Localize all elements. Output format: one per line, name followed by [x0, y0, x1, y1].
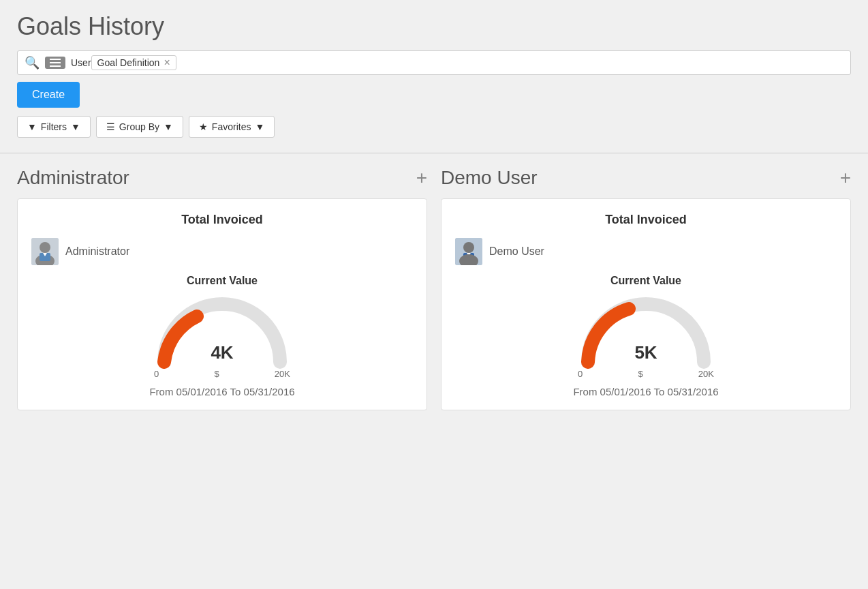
gauge-demo: 5K 0 $ 20K — [455, 294, 837, 379]
search-tag-close-icon[interactable]: × — [164, 57, 170, 68]
search-bar: 🔍 User Goal Definition × — [17, 50, 851, 75]
content-area: Administrator + Total Invoiced — [0, 153, 868, 424]
group-by-icon: ☰ — [106, 121, 115, 132]
create-button[interactable]: Create — [17, 82, 80, 108]
favorites-label: Favorites — [212, 121, 251, 132]
gauge-min-admin: 0 — [154, 369, 159, 379]
page-header: Goals History 🔍 User Goal Definition × C… — [0, 0, 868, 145]
user-name-administrator: Administrator — [65, 245, 129, 258]
svg-rect-1 — [50, 62, 61, 63]
date-range-admin: From 05/01/2016 To 05/31/2016 — [31, 386, 413, 397]
search-tag-user: User — [71, 57, 91, 68]
avatar-administrator — [31, 238, 59, 265]
gauge-min-demo: 0 — [578, 369, 583, 379]
star-icon: ★ — [199, 121, 208, 132]
filters-button[interactable]: ▼ Filters ▼ — [17, 116, 91, 138]
gauge-svg-admin: 4K — [154, 294, 290, 369]
gauge-currency-demo: $ — [638, 369, 642, 379]
columns-row: Administrator + Total Invoiced — [17, 167, 851, 410]
favorites-button[interactable]: ★ Favorites ▼ — [189, 116, 275, 138]
add-goal-demo-button[interactable]: + — [840, 168, 851, 187]
group-by-dropdown-icon: ▼ — [164, 121, 173, 132]
user-row-admin: Administrator — [31, 238, 413, 265]
favorites-dropdown-icon: ▼ — [255, 121, 264, 132]
svg-rect-2 — [50, 65, 61, 67]
gauge-value-demo: 5K — [634, 342, 657, 363]
current-value-label-demo: Current Value — [455, 275, 837, 287]
search-icon: 🔍 — [25, 55, 40, 70]
avatar-demo-user — [455, 238, 482, 265]
column-header-administrator: Administrator + — [17, 167, 427, 189]
add-goal-administrator-button[interactable]: + — [416, 168, 427, 187]
goal-card-demo: Total Invoiced Demo User Cur — [441, 198, 851, 410]
column-administrator: Administrator + Total Invoiced — [17, 167, 427, 410]
svg-point-9 — [463, 242, 474, 253]
gauge-svg-demo: 5K — [578, 294, 714, 369]
goal-card-title-demo: Total Invoiced — [455, 213, 837, 227]
user-name-demo: Demo User — [489, 245, 544, 258]
filters-label: Filters — [41, 121, 67, 132]
gauge-value-admin: 4K — [211, 342, 233, 363]
user-row-demo: Demo User — [455, 238, 837, 265]
page-title: Goals History — [17, 12, 851, 41]
gauge-max-admin: 20K — [275, 369, 290, 379]
gauge-currency-admin: $ — [214, 369, 219, 379]
gauge-labels-admin: 0 $ 20K — [154, 369, 290, 379]
toolbar: ▼ Filters ▼ ☰ Group By ▼ ★ Favorites ▼ — [17, 116, 851, 138]
goal-card-administrator: Total Invoiced Administrator — [17, 198, 427, 410]
group-by-button[interactable]: ☰ Group By ▼ — [96, 116, 183, 138]
column-demo-user: Demo User + Total Invoiced — [441, 167, 851, 410]
filter-icon-button[interactable] — [45, 57, 65, 69]
svg-rect-0 — [50, 59, 61, 60]
column-title-demo: Demo User — [441, 167, 538, 189]
group-by-label: Group By — [119, 121, 159, 132]
goal-card-title-admin: Total Invoiced — [31, 213, 413, 227]
current-value-label-admin: Current Value — [31, 275, 413, 287]
gauge-admin: 4K 0 $ 20K — [31, 294, 413, 379]
search-tag-goal-definition: Goal Definition × — [91, 55, 176, 70]
date-range-demo: From 05/01/2016 To 05/31/2016 — [455, 386, 837, 397]
column-title-administrator: Administrator — [17, 167, 129, 189]
filters-dropdown-icon: ▼ — [71, 121, 80, 132]
gauge-max-demo: 20K — [698, 369, 714, 379]
svg-point-4 — [40, 242, 50, 253]
gauge-labels-demo: 0 $ 20K — [578, 369, 714, 379]
filter-funnel-icon: ▼ — [27, 121, 37, 132]
column-header-demo: Demo User + — [441, 167, 851, 189]
search-tag-goal-definition-label: Goal Definition — [97, 57, 160, 68]
